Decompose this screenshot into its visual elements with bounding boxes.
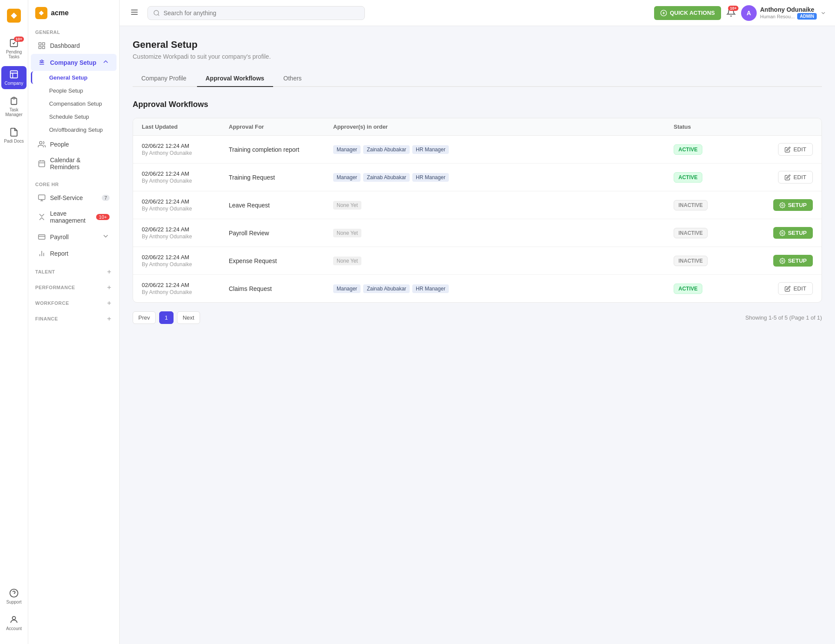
status-cell: INACTIVE xyxy=(674,256,743,266)
top-bar-right: QUICK ACTIONS 10+ A Anthony Odunaike Hum… xyxy=(654,5,826,21)
table-row: 02/06/22 12:24 AM By Anthony Odunaike Tr… xyxy=(133,164,822,191)
svg-rect-1 xyxy=(10,71,18,78)
sidebar-item-report[interactable]: Report xyxy=(31,246,117,261)
leave-management-badge: 10+ xyxy=(96,214,110,220)
status-badge: ACTIVE xyxy=(674,284,702,294)
user-role: Human Resou... xyxy=(760,14,795,19)
date-cell: 02/06/22 12:24 AM By Anthony Odunaike xyxy=(142,143,229,156)
row-by: By Anthony Odunaike xyxy=(142,261,229,267)
edit-button[interactable]: EDIT xyxy=(778,143,813,156)
logo-area xyxy=(7,4,21,30)
search-input[interactable] xyxy=(164,10,359,17)
row-by: By Anthony Odunaike xyxy=(142,150,229,156)
col-action xyxy=(743,123,813,130)
edit-button[interactable]: EDIT xyxy=(778,282,813,295)
notification-button[interactable]: 10+ xyxy=(726,7,736,18)
user-info[interactable]: A Anthony Odunaike Human Resou... ADMIN xyxy=(741,5,826,21)
svg-point-33 xyxy=(782,232,783,234)
quick-actions-button[interactable]: QUICK ACTIONS xyxy=(654,6,721,20)
row-by: By Anthony Odunaike xyxy=(142,206,229,212)
svg-point-9 xyxy=(40,141,42,144)
edit-icon xyxy=(785,147,791,153)
sidebar-sub-item-onoffboarding-setup[interactable]: On/offboarding Setup xyxy=(31,123,117,136)
setup-button[interactable]: SETUP xyxy=(773,255,813,267)
sidebar-icon-support[interactable]: Support xyxy=(1,585,27,608)
sidebar-icon-task-manager[interactable]: TaskManager xyxy=(1,93,27,120)
date-cell: 02/06/22 12:24 AM By Anthony Odunaike xyxy=(142,198,229,212)
sidebar-sub-item-compensation-setup[interactable]: Compensation Setup xyxy=(31,97,117,110)
app-container: 10+ PendingTasks Company TaskManager Pad… xyxy=(0,0,835,644)
edit-icon xyxy=(785,286,791,292)
edit-button[interactable]: EDIT xyxy=(778,171,813,184)
approvers-cell: None Yet xyxy=(333,229,674,237)
table-row: 02/06/22 12:24 AM By Anthony Odunaike Le… xyxy=(133,191,822,219)
sidebar-sub-item-general-setup[interactable]: General Setup xyxy=(31,71,117,84)
sidebar-item-payroll[interactable]: Payroll xyxy=(31,228,117,245)
sidebar-icon-company[interactable]: Company xyxy=(1,66,27,89)
sidebar-item-dashboard[interactable]: Dashboard xyxy=(31,38,117,53)
page-title: General Setup xyxy=(133,39,822,50)
menu-button[interactable] xyxy=(128,6,140,20)
sidebar-icon-pending-tasks[interactable]: 10+ PendingTasks xyxy=(1,35,27,63)
approver-tag: Manager xyxy=(333,173,361,182)
avatar: A xyxy=(741,5,757,21)
approval-for: Training Request xyxy=(229,174,333,181)
svg-point-8 xyxy=(41,60,43,62)
svg-point-28 xyxy=(154,10,159,15)
svg-point-32 xyxy=(782,204,783,206)
approval-for: Leave Request xyxy=(229,202,333,209)
pagination: Prev 1 Next Showing 1-5 of 5 (Page 1 of … xyxy=(133,311,822,324)
row-date: 02/06/22 12:24 AM xyxy=(142,226,229,233)
sidebar-item-calendar[interactable]: Calendar & Reminders xyxy=(31,153,117,174)
setup-button[interactable]: SETUP xyxy=(773,199,813,211)
col-approvers: Approver(s) in order xyxy=(333,123,674,130)
svg-rect-6 xyxy=(43,47,45,49)
sidebar-item-people[interactable]: People xyxy=(31,137,117,152)
date-cell: 02/06/22 12:24 AM By Anthony Odunaike xyxy=(142,226,229,240)
status-badge: ACTIVE xyxy=(674,172,702,183)
setup-button[interactable]: SETUP xyxy=(773,227,813,239)
row-date: 02/06/22 12:24 AM xyxy=(142,198,229,205)
next-button[interactable]: Next xyxy=(177,311,200,324)
core-hr-section-label: CORE HR xyxy=(28,175,119,190)
payroll-label: Payroll xyxy=(50,234,69,240)
main-content: General Setup Customize Workpadi to suit… xyxy=(120,26,835,644)
approvers-cell: Manager Zainab Abubakar HR Manager xyxy=(333,284,674,293)
main-sidebar: acme GENERAL Dashboard Company Setup Gen… xyxy=(28,0,120,644)
action-cell: SETUP xyxy=(743,199,813,211)
finance-section[interactable]: FINANCE xyxy=(28,309,119,324)
search-box[interactable] xyxy=(147,6,365,20)
status-badge: INACTIVE xyxy=(674,228,708,238)
sidebar-sub-item-schedule-setup[interactable]: Schedule Setup xyxy=(31,110,117,123)
approver-tag: None Yet xyxy=(333,229,361,237)
sidebar-icon-padi-docs[interactable]: Padi Docs xyxy=(1,124,27,147)
payroll-expand-icon xyxy=(102,232,110,241)
approval-workflows-title: Approval Workflows xyxy=(133,100,822,109)
edit-icon xyxy=(785,174,791,180)
col-last-updated: Last Updated xyxy=(142,123,229,130)
tab-approval-workflows[interactable]: Approval Workflows xyxy=(197,70,273,87)
talent-section[interactable]: TALENT xyxy=(28,262,119,277)
sidebar-item-leave-management[interactable]: Leave management 10+ xyxy=(31,206,117,228)
people-label: People xyxy=(50,141,69,148)
prev-button[interactable]: Prev xyxy=(133,311,156,324)
table-row: 02/06/22 12:24 AM By Anthony Odunaike Pa… xyxy=(133,219,822,247)
sidebar-sub-item-people-setup[interactable]: People Setup xyxy=(31,84,117,97)
row-date: 02/06/22 12:24 AM xyxy=(142,143,229,149)
tabs-bar: Company Profile Approval Workflows Other… xyxy=(133,70,822,87)
tab-company-profile[interactable]: Company Profile xyxy=(133,70,195,87)
svg-rect-10 xyxy=(39,161,45,167)
workforce-section[interactable]: WORKFORCE xyxy=(28,293,119,309)
col-approval-for: Approval For xyxy=(229,123,333,130)
page-1-button[interactable]: 1 xyxy=(159,311,174,324)
admin-badge: ADMIN xyxy=(797,13,817,20)
tab-others[interactable]: Others xyxy=(275,70,311,87)
dashboard-label: Dashboard xyxy=(50,42,80,49)
table-header: Last Updated Approval For Approver(s) in… xyxy=(133,118,822,136)
sidebar-icon-account[interactable]: Account xyxy=(1,611,27,634)
company-setup-expand-icon xyxy=(102,58,110,67)
sidebar-item-company-setup[interactable]: Company Setup xyxy=(31,54,117,71)
performance-section[interactable]: PERFORMANCE xyxy=(28,277,119,293)
sidebar-item-self-service[interactable]: Self-Service 7 xyxy=(31,190,117,206)
approvers-cell: None Yet xyxy=(333,201,674,210)
